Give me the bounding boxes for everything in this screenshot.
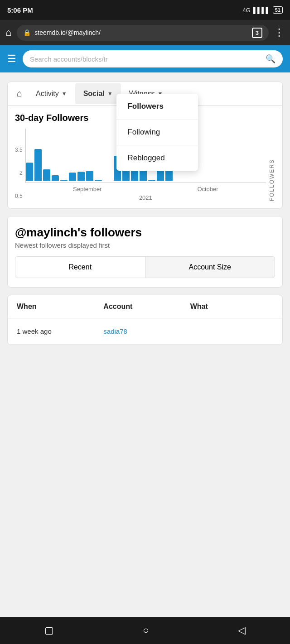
url-bar[interactable]: 🔒 steemdb.io/@maylinch/ 3 <box>17 25 269 41</box>
col-what: What <box>190 303 273 311</box>
table-header-row: When Account What <box>17 303 273 311</box>
table-row-cells: 1 week ago sadia78 <box>17 327 273 335</box>
browser-bar: ⌂ 🔒 steemdb.io/@maylinch/ 3 ⋮ <box>0 20 290 45</box>
main-content: ⌂ Activity ▼ Social ▼ Witness ▼ Follower… <box>0 72 290 389</box>
followers-subtitle: Newest followers displayed first <box>15 241 275 249</box>
chart-year: 2021 <box>25 194 266 201</box>
chart-labels: September October <box>25 186 266 192</box>
cell-what <box>190 327 273 335</box>
bar-1 <box>26 163 33 181</box>
status-icons: 4G ▌▌▌▌ 51 <box>243 6 283 14</box>
tab-account-size[interactable]: Account Size <box>145 257 275 278</box>
dropdown-reblogged[interactable]: Reblogged <box>116 145 198 171</box>
search-icon[interactable]: 🔍 <box>266 54 276 64</box>
followers-title: @maylinch's followers <box>15 226 275 240</box>
hamburger-icon[interactable]: ☰ <box>7 53 16 65</box>
col-account: Account <box>103 303 186 311</box>
y-axis: 3.5 2 0.5 <box>15 147 25 201</box>
nav-circle-btn[interactable]: ○ <box>143 625 149 636</box>
bar-5 <box>60 180 68 181</box>
cell-account[interactable]: sadia78 <box>103 327 186 335</box>
status-time: 5:06 PM <box>7 6 33 14</box>
browser-home-icon[interactable]: ⌂ <box>5 27 11 38</box>
bar-6 <box>69 173 76 181</box>
tab-home[interactable]: ⌂ <box>11 82 28 105</box>
col-when: When <box>17 303 100 311</box>
search-bar[interactable]: Search accounts/blocks/tr 🔍 <box>23 50 283 67</box>
nav-back-btn[interactable]: ◁ <box>238 625 246 636</box>
followers-section: @maylinch's followers Newest followers d… <box>8 216 282 287</box>
status-bar: 5:06 PM 4G ▌▌▌▌ 51 <box>0 0 290 20</box>
followers-card: @maylinch's followers Newest followers d… <box>7 216 283 288</box>
nav-square-btn[interactable]: ▢ <box>44 625 54 636</box>
dropdown-following[interactable]: Following <box>116 120 198 145</box>
tab-recent[interactable]: Recent <box>15 257 145 278</box>
tab-activity[interactable]: Activity ▼ <box>28 83 75 104</box>
dropdown-menu: Followers Following Reblogged <box>116 94 198 171</box>
browser-menu-icon[interactable]: ⋮ <box>274 27 285 38</box>
bottom-nav: ▢ ○ ◁ <box>0 617 290 644</box>
table-header: When Account What <box>8 295 282 318</box>
bar-4 <box>52 175 59 181</box>
chart-label-sep: September <box>73 186 102 192</box>
chart-label-oct: October <box>197 186 218 192</box>
cell-when: 1 week ago <box>17 327 100 335</box>
bar-7 <box>77 172 85 181</box>
bar-9 <box>95 180 102 181</box>
followers-tabs: Recent Account Size <box>15 256 275 278</box>
search-placeholder: Search accounts/blocks/tr <box>30 55 262 63</box>
network-label: 4G <box>243 7 251 14</box>
signal-icon: ▌▌▌▌ <box>253 7 270 14</box>
url-text: steemdb.io/@maylinch/ <box>34 29 248 36</box>
lock-icon: 🔒 <box>23 29 31 36</box>
bar-3 <box>43 169 50 181</box>
nav-bar: ☰ Search accounts/blocks/tr 🔍 <box>0 45 290 72</box>
social-chevron: ▼ <box>107 91 113 97</box>
table-row: 1 week ago sadia78 <box>8 318 282 345</box>
y-axis-label: FOLLOWERS <box>269 159 275 201</box>
table-card: When Account What 1 week ago sadia78 <box>7 295 283 345</box>
bar-2 <box>34 149 42 181</box>
dropdown-followers[interactable]: Followers <box>116 94 198 120</box>
chart-card: ⌂ Activity ▼ Social ▼ Witness ▼ Follower… <box>7 82 283 209</box>
tab-social[interactable]: Social ▼ <box>75 83 121 104</box>
bar-8 <box>86 171 93 181</box>
battery-indicator: 51 <box>273 6 283 14</box>
tab-bar: ⌂ Activity ▼ Social ▼ Witness ▼ Follower… <box>8 82 282 106</box>
activity-chevron: ▼ <box>62 91 67 97</box>
tab-count[interactable]: 3 <box>252 28 262 38</box>
bar-14 <box>148 180 155 181</box>
